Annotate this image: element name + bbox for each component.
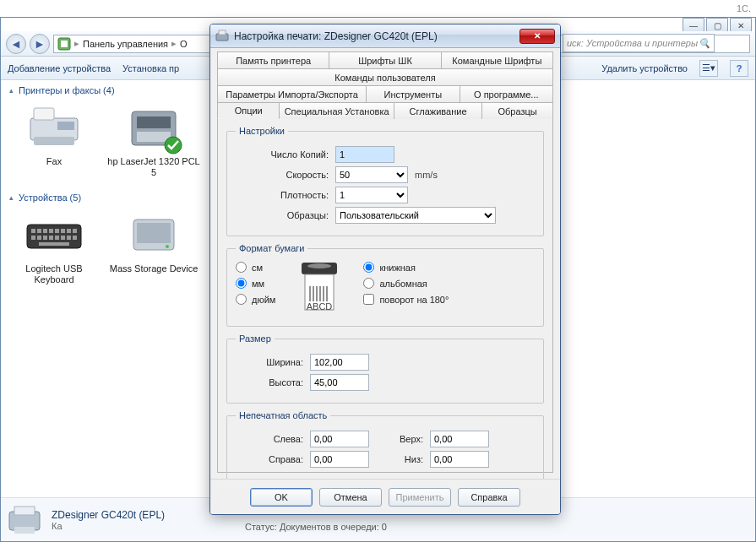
toolbar-add-device[interactable]: Добавление устройства bbox=[8, 63, 111, 73]
svg-rect-21 bbox=[37, 236, 41, 240]
tab-page-options: Настройки Число Копий: Скорость: 50 mm/s… bbox=[217, 118, 553, 473]
svg-rect-23 bbox=[49, 236, 53, 240]
svg-point-38 bbox=[307, 263, 331, 268]
ok-button[interactable]: OK bbox=[250, 488, 313, 507]
section-printers-title: Принтеры и факсы (4) bbox=[19, 85, 115, 95]
device-label: Logitech USB Keyboard bbox=[8, 263, 101, 285]
radio-inch[interactable]: дюйм bbox=[236, 294, 275, 305]
dialog-titlebar[interactable]: Настройка печати: ZDesigner GC420t (EPL)… bbox=[210, 24, 560, 48]
search-wrap: иск: Устройства и принтеры 🔍 bbox=[563, 34, 748, 52]
toolbar-delete-device[interactable]: Удалить устройство bbox=[601, 63, 688, 73]
label-right: Справа: bbox=[236, 454, 303, 464]
breadcrumb-sep: ▸ bbox=[171, 38, 177, 49]
breadcrumb-next[interactable]: О bbox=[180, 39, 188, 49]
svg-rect-14 bbox=[43, 229, 47, 233]
device-label: Mass Storage Device bbox=[110, 263, 199, 274]
radio-landscape[interactable]: альбомная bbox=[363, 278, 449, 289]
breadcrumb-sep: ▸ bbox=[74, 38, 79, 49]
svg-rect-25 bbox=[61, 236, 65, 240]
search-icon: 🔍 bbox=[699, 38, 710, 49]
svg-rect-3 bbox=[34, 108, 54, 120]
checkbox-rotate180[interactable]: поворот на 180° bbox=[363, 294, 449, 305]
help-button[interactable]: ? bbox=[730, 60, 748, 77]
stocks-select[interactable]: Пользовательский bbox=[335, 207, 496, 224]
printer-icon bbox=[123, 100, 184, 154]
tab-command-fonts[interactable]: Командные Шрифты bbox=[441, 51, 553, 68]
view-options-button[interactable]: ☰▾ bbox=[699, 60, 718, 77]
selected-device-title: ZDesigner GC420t (EPL) bbox=[52, 509, 165, 521]
copies-input[interactable] bbox=[335, 146, 394, 163]
collapse-icon: ▴ bbox=[9, 193, 14, 202]
svg-rect-13 bbox=[37, 229, 41, 233]
radio-mm[interactable]: мм bbox=[236, 278, 275, 289]
device-item-mass-storage[interactable]: Mass Storage Device bbox=[107, 208, 200, 285]
search-placeholder: иск: Устройства и принтеры bbox=[567, 38, 699, 48]
svg-rect-18 bbox=[67, 229, 71, 233]
tab-options[interactable]: Опции bbox=[217, 102, 280, 119]
top-input[interactable] bbox=[430, 431, 489, 447]
tab-about[interactable]: О программе... bbox=[460, 85, 553, 102]
svg-rect-12 bbox=[31, 229, 35, 233]
tab-dithering[interactable]: Сглаживание bbox=[394, 102, 482, 119]
help-button[interactable]: Справка bbox=[458, 488, 520, 507]
nav-forward-button[interactable]: ► bbox=[30, 34, 50, 54]
tab-tools[interactable]: Инструменты bbox=[366, 85, 460, 102]
keyboard-icon bbox=[24, 208, 84, 262]
svg-rect-16 bbox=[55, 229, 59, 233]
group-paper-format-legend: Формат бумаги bbox=[236, 243, 307, 253]
label-copies: Число Копий: bbox=[236, 149, 329, 160]
nav-back-button[interactable]: ◄ bbox=[6, 34, 26, 54]
label-density: Плотность: bbox=[236, 190, 329, 200]
right-input[interactable] bbox=[310, 451, 369, 468]
checkmark-badge-icon bbox=[164, 136, 182, 154]
dialog-close-button[interactable]: ✕ bbox=[519, 29, 555, 44]
group-settings: Настройки Число Копий: Скорость: 50 mm/s… bbox=[226, 126, 544, 236]
svg-rect-34 bbox=[14, 527, 35, 534]
group-paper-format: Формат бумаги см мм дюйм ABCD книжная bbox=[226, 243, 544, 327]
tab-printer-memory[interactable]: Память принтера bbox=[217, 51, 329, 68]
fax-icon bbox=[24, 100, 84, 154]
cancel-button[interactable]: Отмена bbox=[319, 488, 382, 507]
tab-import-export[interactable]: Параметры Импорта/Экспорта bbox=[217, 85, 367, 102]
height-input[interactable] bbox=[310, 374, 369, 391]
tab-advanced-setup[interactable]: Специальная Установка bbox=[279, 102, 394, 119]
tab-stocks[interactable]: Образцы bbox=[481, 102, 553, 119]
collapse-icon: ▴ bbox=[9, 86, 14, 95]
svg-text:ABCD: ABCD bbox=[307, 301, 333, 312]
orientation-preview-icon: ABCD bbox=[291, 260, 348, 317]
toolbar-install-printer[interactable]: Установка пр bbox=[122, 63, 179, 73]
device-label: hp LaserJet 1320 PCL 5 bbox=[107, 156, 200, 177]
svg-rect-20 bbox=[31, 236, 35, 240]
density-select[interactable]: 1 bbox=[335, 187, 408, 203]
label-top: Верх: bbox=[376, 434, 423, 444]
device-label: Fax bbox=[46, 156, 62, 167]
orientation-options: книжная альбомная поворот на 180° bbox=[363, 260, 449, 305]
device-item-keyboard[interactable]: Logitech USB Keyboard bbox=[8, 208, 101, 285]
radio-cm[interactable]: см bbox=[236, 262, 275, 273]
left-input[interactable] bbox=[310, 431, 369, 447]
search-input[interactable]: иск: Устройства и принтеры 🔍 bbox=[563, 34, 715, 52]
device-item-fax[interactable]: Fax bbox=[8, 100, 101, 177]
label-left: Слева: bbox=[236, 434, 303, 444]
group-settings-legend: Настройки bbox=[236, 126, 288, 136]
bottom-input[interactable] bbox=[430, 451, 489, 468]
tab-user-commands[interactable]: Команды пользователя bbox=[217, 68, 553, 85]
breadcrumb-root[interactable]: Панель управления bbox=[83, 39, 168, 49]
svg-rect-7 bbox=[137, 117, 171, 128]
group-unprintable: Непечатная область Слева: Верх: Справа: … bbox=[226, 410, 544, 480]
group-size: Размер Ширина: Высота: bbox=[226, 333, 544, 404]
svg-rect-1 bbox=[61, 41, 68, 47]
svg-rect-17 bbox=[61, 229, 65, 233]
svg-rect-24 bbox=[55, 236, 59, 240]
label-bottom: Низ: bbox=[376, 454, 423, 464]
status-meta: ZDesigner GC420t (EPL) Ка bbox=[52, 509, 165, 531]
tab-barcode-fonts[interactable]: Шрифты ШК bbox=[329, 51, 441, 68]
device-item-hp-laserjet[interactable]: hp LaserJet 1320 PCL 5 bbox=[107, 100, 200, 177]
width-input[interactable] bbox=[310, 354, 369, 371]
apply-button[interactable]: Применить bbox=[389, 488, 451, 507]
section-devices-title: Устройства (5) bbox=[19, 192, 81, 203]
radio-portrait[interactable]: книжная bbox=[363, 262, 449, 273]
speed-select[interactable]: 50 bbox=[335, 166, 408, 183]
svg-rect-5 bbox=[34, 137, 74, 145]
tab-strip: Память принтера Шрифты ШК Командные Шриф… bbox=[215, 48, 555, 473]
